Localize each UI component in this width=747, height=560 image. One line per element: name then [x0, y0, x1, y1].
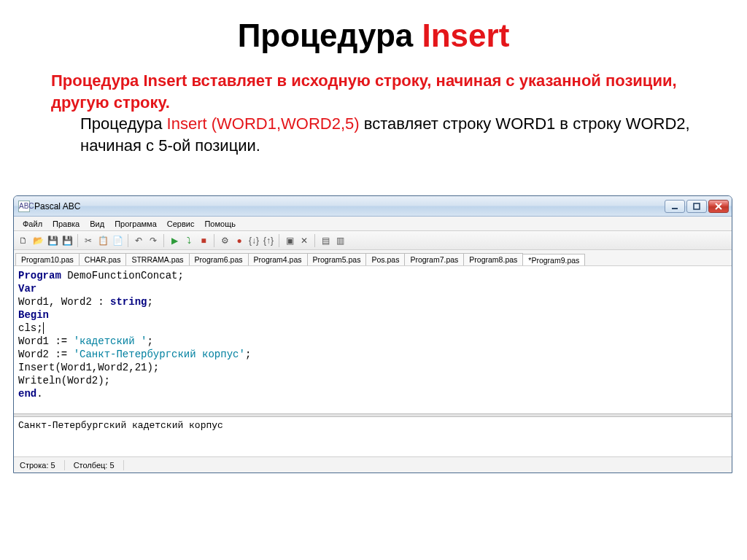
app-window: ABC Pascal ABC Файл Правка Вид Программа…: [13, 195, 732, 473]
menu-view[interactable]: Вид: [85, 218, 109, 230]
step-into-icon[interactable]: {↓}: [247, 234, 260, 247]
toolbar: 🗋 📂 💾 💾 ✂ 📋 📄 ↶ ↷ ▶ ⤵ ■ ⚙ ● {↓} {↑} ▣ ✕ …: [14, 231, 732, 250]
undo-icon[interactable]: ↶: [132, 234, 145, 247]
tab-program7[interactable]: Program7.pas: [404, 253, 464, 265]
tab-program10[interactable]: Program10.pas: [15, 253, 80, 265]
window-title: Pascal ABC: [34, 201, 80, 211]
toolbar-sep5: [279, 234, 279, 247]
menubar: Файл Правка Вид Программа Сервис Помощь: [14, 217, 732, 231]
window-controls: [665, 200, 729, 213]
menu-program[interactable]: Программа: [110, 218, 161, 230]
titlebar[interactable]: ABC Pascal ABC: [14, 196, 732, 217]
app-icon: ABC: [18, 201, 30, 212]
copy-icon[interactable]: 📋: [96, 234, 109, 247]
output-panel-icon[interactable]: ▤: [319, 234, 332, 247]
close-button[interactable]: [708, 200, 729, 213]
output-line: Санкт-Петербургский кадетский корпус: [18, 420, 727, 431]
code-line: cls;: [18, 322, 727, 335]
tab-program5[interactable]: Program5.pas: [307, 253, 367, 265]
toolbar-sep4: [214, 234, 214, 247]
tab-program6[interactable]: Program6.pas: [189, 253, 249, 265]
save-all-icon[interactable]: 💾: [61, 234, 74, 247]
p1a: Процедура: [51, 71, 143, 90]
new-file-icon[interactable]: 🗋: [17, 234, 30, 247]
toolbar-sep: [77, 234, 78, 247]
maximize-button[interactable]: [686, 200, 707, 213]
compile-icon[interactable]: ⚙: [218, 234, 231, 247]
tab-program4[interactable]: Program4.pas: [248, 253, 308, 265]
panel2-icon[interactable]: ▥: [333, 234, 347, 247]
status-sep2: [123, 460, 124, 470]
statusbar: Строка: 5 Столбец: 5: [14, 456, 732, 472]
menu-file[interactable]: Файл: [18, 218, 47, 230]
step-over-icon[interactable]: ⤵: [182, 234, 196, 247]
tab-char[interactable]: CHAR.pas: [79, 253, 127, 265]
open-file-icon[interactable]: 📂: [31, 234, 44, 247]
step-out-icon[interactable]: {↑}: [262, 234, 275, 247]
code-line: end.: [18, 387, 727, 400]
caret: [43, 322, 44, 334]
tab-program9[interactable]: *Program9.pas: [522, 254, 585, 266]
menu-help[interactable]: Помощь: [200, 218, 240, 230]
p2a: Процедура: [80, 114, 167, 133]
minimize-button[interactable]: [665, 200, 685, 213]
save-icon[interactable]: 💾: [46, 234, 59, 247]
code-editor[interactable]: Program DemoFunctionConcat; Var Word1, W…: [14, 266, 732, 413]
slide-body: Процедура Insert вставляет в исходную ст…: [0, 70, 747, 166]
p2: Процедура Insert (WORD1,WORD2,5) вставля…: [51, 113, 715, 156]
tab-pos[interactable]: Pos.pas: [365, 253, 405, 265]
code-line: Word1 := 'кадетский ';: [18, 335, 727, 348]
code-line: Program DemoFunctionConcat;: [18, 269, 727, 282]
slide-title: Процедура Insert: [0, 18, 747, 54]
title-word2: Insert: [422, 18, 510, 53]
code-line: Word1, Word2 : string;: [18, 295, 727, 308]
tabbar: Program10.pas CHAR.pas STRRAMA.pas Progr…: [14, 250, 732, 266]
status-col: Столбец: 5: [74, 461, 115, 470]
watch-icon[interactable]: ▣: [283, 234, 296, 247]
console-clear-icon[interactable]: ✕: [298, 234, 311, 247]
output-panel[interactable]: Санкт-Петербургский кадетский корпус: [14, 417, 732, 456]
toolbar-sep6: [314, 234, 315, 247]
code-line: Word2 := 'Санкт-Петербургский корпус';: [18, 348, 727, 361]
paste-icon[interactable]: 📄: [111, 234, 124, 247]
stop-icon[interactable]: ■: [197, 234, 210, 247]
code-line: Begin: [18, 308, 727, 322]
status-line: Строка: 5: [20, 461, 55, 470]
svg-rect-1: [694, 203, 700, 209]
menu-edit[interactable]: Правка: [48, 218, 84, 230]
toolbar-sep3: [163, 234, 164, 247]
redo-icon[interactable]: ↷: [147, 234, 160, 247]
title-word1: Процедура: [238, 18, 422, 53]
p2b: Insert (WORD1,WORD2,5): [167, 114, 360, 133]
status-sep: [64, 460, 65, 470]
code-line: Insert(Word1,Word2,21);: [18, 361, 727, 374]
toolbar-sep2: [128, 234, 128, 247]
menu-tools[interactable]: Сервис: [163, 218, 199, 230]
code-line: Writeln(Word2);: [18, 374, 727, 387]
p1b: Insert: [143, 71, 187, 90]
breakpoint-icon[interactable]: ●: [233, 234, 246, 247]
tab-program8[interactable]: Program8.pas: [463, 253, 523, 265]
code-line: Var: [18, 282, 727, 295]
tab-strrama[interactable]: STRRAMA.pas: [125, 253, 189, 265]
cut-icon[interactable]: ✂: [82, 234, 95, 247]
run-icon[interactable]: ▶: [168, 234, 181, 247]
